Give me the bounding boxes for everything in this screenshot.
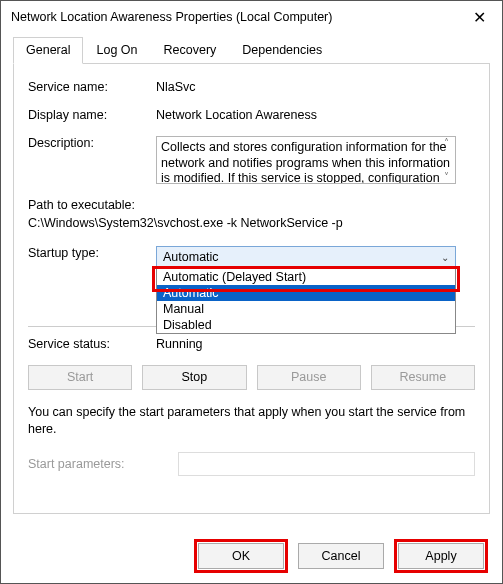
tab-logon[interactable]: Log On	[83, 37, 150, 63]
apply-button[interactable]: Apply	[398, 543, 484, 569]
startup-type-selected: Automatic	[163, 250, 219, 264]
stop-button[interactable]: Stop	[142, 365, 246, 390]
dialog-window: Network Location Awareness Properties (L…	[0, 0, 503, 584]
value-display-name: Network Location Awareness	[156, 108, 475, 122]
tab-panel-general: Service name: NlaSvc Display name: Netwo…	[13, 64, 490, 514]
value-service-status: Running	[156, 337, 475, 351]
ok-button[interactable]: OK	[198, 543, 284, 569]
close-icon[interactable]: ✕	[456, 1, 502, 33]
startup-type-dropdown: Automatic (Delayed Start) Automatic Manu…	[156, 268, 456, 334]
label-service-status: Service status:	[28, 337, 156, 351]
chevron-down-icon: ⌄	[441, 252, 449, 263]
scroll-up-icon[interactable]: ˄	[444, 137, 449, 150]
titlebar: Network Location Awareness Properties (L…	[1, 1, 502, 33]
tab-general[interactable]: General	[13, 37, 83, 64]
tabstrip: General Log On Recovery Dependencies	[13, 37, 490, 64]
cancel-button[interactable]: Cancel	[298, 543, 384, 569]
window-title: Network Location Awareness Properties (L…	[11, 10, 456, 24]
resume-button: Resume	[371, 365, 475, 390]
label-description: Description:	[28, 136, 156, 150]
value-path: C:\Windows\System32\svchost.exe -k Netwo…	[28, 216, 475, 230]
start-params-input	[178, 452, 475, 476]
scroll-down-icon[interactable]: ˅	[444, 171, 449, 184]
label-display-name: Display name:	[28, 108, 156, 122]
pause-button: Pause	[257, 365, 361, 390]
option-automatic[interactable]: Automatic	[157, 285, 455, 301]
description-box[interactable]: Collects and stores configuration inform…	[156, 136, 456, 184]
value-description: Collects and stores configuration inform…	[161, 140, 450, 184]
label-startup-type: Startup type:	[28, 246, 156, 260]
option-disabled[interactable]: Disabled	[157, 317, 455, 333]
value-service-name: NlaSvc	[156, 80, 475, 94]
tab-dependencies[interactable]: Dependencies	[229, 37, 335, 63]
start-button: Start	[28, 365, 132, 390]
label-start-params: Start parameters:	[28, 457, 178, 471]
dialog-footer: OK Cancel Apply	[1, 533, 502, 583]
label-path: Path to executable:	[28, 198, 475, 212]
option-delayed[interactable]: Automatic (Delayed Start)	[157, 269, 455, 285]
note-text: You can specify the start parameters tha…	[28, 404, 475, 438]
tab-recovery[interactable]: Recovery	[151, 37, 230, 63]
description-scrollbar[interactable]: ˄ ˅	[438, 137, 455, 183]
startup-type-combobox[interactable]: Automatic ⌄	[156, 246, 456, 268]
option-manual[interactable]: Manual	[157, 301, 455, 317]
label-service-name: Service name:	[28, 80, 156, 94]
